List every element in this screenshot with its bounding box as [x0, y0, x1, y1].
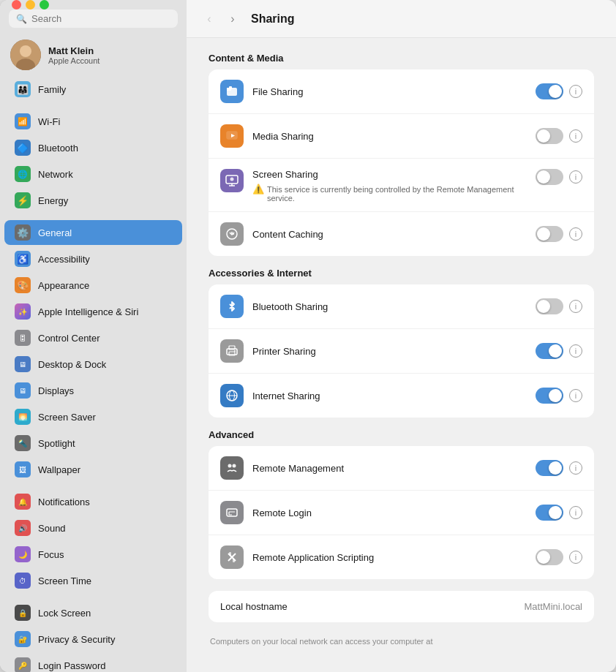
- sidebar-item-sound[interactable]: 🔊 Sound: [4, 516, 182, 540]
- sidebar-item-screen-saver[interactable]: 🌅 Screen Saver: [4, 404, 182, 429]
- remote-management-icon: [220, 456, 244, 480]
- sidebar-item-spotlight[interactable]: 🔦 Spotlight: [4, 431, 182, 456]
- remote-app-scripting-text: Remote Application Scripting: [252, 551, 527, 564]
- title-bar-main: ‹ › Sharing: [187, 0, 616, 38]
- svg-point-20: [228, 464, 232, 468]
- remote-app-scripting-toggle[interactable]: [536, 549, 563, 565]
- remote-login-controls: i: [536, 505, 582, 521]
- sidebar-label-desktop-dock: Desktop & Dock: [38, 359, 106, 370]
- sidebar-item-wallpaper[interactable]: 🖼 Wallpaper: [4, 457, 182, 482]
- content-caching-icon: [220, 222, 244, 246]
- search-input[interactable]: [31, 13, 170, 24]
- bluetooth-sharing-info-button[interactable]: i: [569, 300, 582, 313]
- content-caching-info-button[interactable]: i: [569, 227, 582, 241]
- maximize-button[interactable]: [40, 0, 49, 10]
- lock-screen-icon: 🔒: [15, 605, 31, 621]
- remote-login-toggle[interactable]: [536, 505, 563, 521]
- screen-sharing-warning: ⚠️ This service is currently being contr…: [252, 184, 527, 203]
- remote-management-info-button[interactable]: i: [569, 461, 582, 475]
- sidebar-item-apple-intelligence[interactable]: ✨ Apple Intelligence & Siri: [4, 299, 182, 324]
- svg-point-21: [233, 464, 236, 468]
- sidebar-label-focus: Focus: [38, 549, 64, 560]
- warning-icon: ⚠️: [252, 184, 264, 195]
- sidebar-item-displays[interactable]: 🖥 Displays: [4, 378, 182, 403]
- content-area: Content & Media File Sharing: [187, 38, 616, 672]
- general-icon: ⚙️: [15, 224, 31, 241]
- internet-sharing-text: Internet Sharing: [252, 389, 527, 402]
- sidebar-label-apple-intelligence: Apple Intelligence & Siri: [38, 306, 138, 317]
- printer-sharing-label: Printer Sharing: [252, 346, 316, 357]
- screen-sharing-toggle-knob: [537, 170, 550, 184]
- bluetooth-sharing-toggle[interactable]: [536, 298, 563, 314]
- bluetooth-icon: 🔷: [15, 140, 31, 156]
- sidebar-item-screen-time[interactable]: ⏱ Screen Time: [4, 568, 182, 593]
- sidebar-item-network[interactable]: 🌐 Network: [4, 162, 182, 186]
- settings-group-content-media: File Sharing i: [209, 69, 594, 256]
- screen-sharing-toggle[interactable]: [536, 169, 563, 185]
- sidebar-item-privacy-security[interactable]: 🔐 Privacy & Security: [4, 627, 182, 652]
- sidebar-label-wifi: Wi-Fi: [38, 116, 60, 127]
- apple-intelligence-icon: ✨: [15, 303, 31, 320]
- screen-sharing-info-button[interactable]: i: [569, 170, 582, 184]
- sidebar-label-family: Family: [38, 84, 66, 95]
- printer-sharing-icon: [220, 339, 244, 363]
- sidebar-label-login-password: Login Password: [38, 660, 106, 671]
- notifications-icon: 🔔: [15, 494, 31, 510]
- remote-management-controls: i: [536, 460, 582, 476]
- remote-login-text: Remote Login: [252, 506, 527, 519]
- minimize-button[interactable]: [26, 0, 35, 10]
- sidebar-label-general: General: [38, 227, 72, 238]
- printer-sharing-info-button[interactable]: i: [569, 344, 582, 358]
- file-sharing-label: File Sharing: [252, 86, 303, 97]
- wifi-icon: 📶: [15, 113, 31, 129]
- remote-management-text: Remote Management: [252, 461, 527, 475]
- sidebar-item-control-center[interactable]: 🎛 Control Center: [4, 325, 182, 350]
- traffic-lights: [12, 0, 49, 10]
- internet-sharing-controls: i: [536, 388, 582, 404]
- printer-sharing-toggle[interactable]: [536, 343, 563, 359]
- sidebar-item-lock-screen[interactable]: 🔒 Lock Screen: [4, 600, 182, 625]
- sidebar-item-login-password[interactable]: 🔑 Login Password: [4, 653, 182, 672]
- sidebar-item-accessibility[interactable]: ♿ Accessibility: [4, 246, 182, 271]
- svg-rect-27: [233, 559, 235, 562]
- sidebar-item-appearance[interactable]: 🎨 Appearance: [4, 273, 182, 298]
- remote-management-toggle[interactable]: [536, 460, 563, 476]
- sidebar-item-family[interactable]: 👨‍👩‍👧 Family: [4, 77, 182, 102]
- file-sharing-toggle[interactable]: [536, 83, 563, 99]
- internet-sharing-info-button[interactable]: i: [569, 389, 582, 402]
- sidebar-label-accessibility: Accessibility: [38, 254, 90, 265]
- internet-sharing-label: Internet Sharing: [252, 390, 320, 401]
- sidebar-item-focus[interactable]: 🌙 Focus: [4, 542, 182, 567]
- user-profile[interactable]: Matt Klein Apple Account: [0, 34, 187, 76]
- search-bar[interactable]: 🔍: [9, 10, 178, 28]
- setting-row-remote-app-scripting: Remote Application Scripting i: [209, 535, 594, 579]
- sidebar-item-energy[interactable]: ⚡ Energy: [4, 188, 182, 213]
- sidebar-label-sound: Sound: [38, 523, 66, 534]
- media-sharing-info-button[interactable]: i: [569, 129, 582, 143]
- close-button[interactable]: [12, 0, 21, 10]
- remote-app-scripting-info-button[interactable]: i: [569, 551, 582, 564]
- sidebar-label-lock-screen: Lock Screen: [38, 608, 91, 619]
- sidebar-label-wallpaper: Wallpaper: [38, 464, 80, 475]
- sidebar-item-notifications[interactable]: 🔔 Notifications: [4, 489, 182, 514]
- search-icon: 🔍: [16, 14, 27, 24]
- appearance-icon: 🎨: [15, 277, 31, 293]
- content-caching-toggle[interactable]: [536, 226, 563, 242]
- sidebar-item-general[interactable]: ⚙️ General: [4, 220, 182, 245]
- bluetooth-sharing-toggle-knob: [537, 300, 550, 313]
- internet-sharing-toggle[interactable]: [536, 388, 563, 404]
- sidebar-item-desktop-dock[interactable]: 🖥 Desktop & Dock: [4, 352, 182, 377]
- back-button[interactable]: ‹: [201, 11, 217, 27]
- sidebar-label-energy: Energy: [38, 195, 68, 206]
- sidebar-item-wifi[interactable]: 📶 Wi-Fi: [4, 109, 182, 134]
- media-sharing-icon: [220, 124, 244, 148]
- content-caching-text: Content Caching: [252, 227, 527, 241]
- content-caching-toggle-knob: [537, 227, 550, 241]
- sidebar-item-bluetooth[interactable]: 🔷 Bluetooth: [4, 135, 182, 160]
- media-sharing-toggle[interactable]: [536, 128, 563, 144]
- file-sharing-info-button[interactable]: i: [569, 85, 582, 98]
- remote-login-label: Remote Login: [252, 507, 312, 518]
- remote-login-info-button[interactable]: i: [569, 506, 582, 519]
- local-hostname-row: Local hostname MattMini.local: [209, 591, 594, 622]
- forward-button[interactable]: ›: [225, 11, 241, 27]
